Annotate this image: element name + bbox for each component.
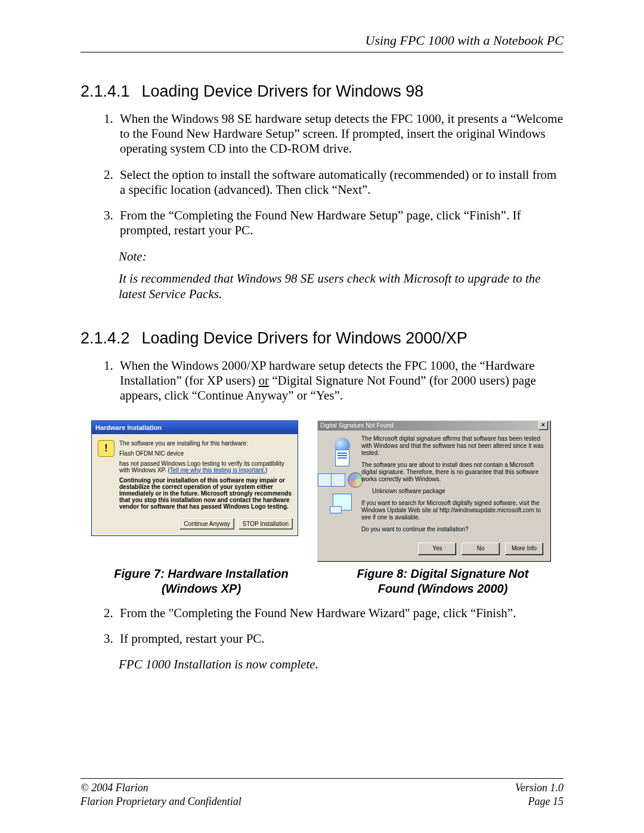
dialog-text: The software you are installing for this… <box>119 440 292 447</box>
underline-or: or <box>259 373 270 388</box>
section-heading-2: 2.1.4.2 Loading Device Drivers for Windo… <box>80 329 564 348</box>
window-icon <box>331 473 345 487</box>
section-heading-1: 2.1.4.1 Loading Device Drivers for Windo… <box>80 82 564 101</box>
steps-list-1: When the Windows 98 SE hardware setup de… <box>116 112 564 238</box>
footer-version: Version 1.0 <box>515 781 564 795</box>
footer-page: Page 15 <box>528 795 564 809</box>
device-name: Flash OFDM NIC device <box>119 450 292 457</box>
dialog-digital-signature: Digital Signature Not Found × <box>317 420 551 562</box>
dialog-warning: Continuing your installation of this sof… <box>119 477 292 510</box>
caption-line: Figure 7: Hardware Installation <box>114 567 288 580</box>
dialog-text: The software you are about to install do… <box>361 462 546 483</box>
close-icon[interactable]: × <box>538 421 548 430</box>
section-number: 2.1.4.1 <box>80 82 137 101</box>
footer-copyright: © 2004 Flarion <box>80 781 148 795</box>
no-button[interactable]: No <box>462 543 500 555</box>
figure-caption-7: Figure 7: Hardware Installation (Windows… <box>80 566 322 596</box>
caption-line: Figure 8: Digital Signature Not <box>357 567 529 580</box>
document-icon <box>335 450 349 466</box>
completion-line: FPC 1000 Installation is now complete. <box>119 657 564 672</box>
section-number: 2.1.4.2 <box>80 329 137 348</box>
stop-installation-button[interactable]: STOP Installation <box>239 518 293 529</box>
dialog-titlebar: Digital Signature Not Found × <box>318 421 550 431</box>
dialog-text: has not passed Windows Logo testing to v… <box>119 460 292 473</box>
dialog-text: The Microsoft digital signature affirms … <box>361 435 546 457</box>
steps-list-2b: From the "Completing the Found New Hardw… <box>116 606 564 646</box>
note-block: Note: It is recommended that Windows 98 … <box>119 249 564 302</box>
figures-row: Hardware Installation The software you a… <box>91 420 564 562</box>
page-footer: © 2004 Flarion Version 1.0 Flarion Propr… <box>80 778 564 808</box>
yes-button[interactable]: Yes <box>418 543 456 555</box>
note-label: Note: <box>119 249 564 264</box>
step-item: When the Windows 2000/XP hardware setup … <box>116 358 564 404</box>
caption-line: (Windows XP) <box>162 582 241 595</box>
dialog-title-text: Digital Signature Not Found <box>320 421 394 431</box>
dialog-hardware-installation: Hardware Installation The software you a… <box>91 420 298 536</box>
footer-proprietary: Flarion Proprietary and Confidential <box>80 795 242 809</box>
warning-icon <box>98 440 114 457</box>
caption-line: Found (Windows 2000) <box>378 582 508 595</box>
step-item: Select the option to install the softwar… <box>116 168 564 197</box>
window-icon <box>318 473 332 487</box>
more-info-button[interactable]: More Info <box>505 543 543 555</box>
dialog-titlebar: Hardware Installation <box>92 421 298 434</box>
steps-list-2: When the Windows 2000/XP hardware setup … <box>116 358 564 404</box>
computer-icon <box>333 494 352 510</box>
section-title: Loading Device Drivers for Windows 98 <box>142 82 424 100</box>
dialog-text: ) <box>265 467 267 473</box>
testing-info-link[interactable]: Tell me why this testing is important. <box>170 467 265 473</box>
running-head: Using FPC 1000 with a Notebook PC <box>80 33 564 52</box>
cd-icon <box>348 472 363 488</box>
figure-caption-8: Figure 8: Digital Signature Not Found (W… <box>322 566 564 596</box>
figure-captions: Figure 7: Hardware Installation (Windows… <box>80 566 564 596</box>
step-item: When the Windows 98 SE hardware setup de… <box>116 112 564 157</box>
step-item: From the "Completing the Found New Hardw… <box>116 606 564 621</box>
package-name: Unknown software package <box>372 488 546 495</box>
dialog-question: Do you want to continue the installation… <box>361 526 546 533</box>
section-title: Loading Device Drivers for Windows 2000/… <box>142 329 467 347</box>
continue-anyway-button[interactable]: Continue Anyway <box>179 518 234 529</box>
step-item: If prompted, restart your PC. <box>116 631 564 646</box>
dialog-icon-column <box>323 435 361 538</box>
dialog-text: If you want to search for Microsoft digi… <box>361 500 546 521</box>
step-item: From the “Completing the Found New Hardw… <box>116 208 564 238</box>
note-body: It is recommended that Windows 98 SE use… <box>119 271 564 302</box>
